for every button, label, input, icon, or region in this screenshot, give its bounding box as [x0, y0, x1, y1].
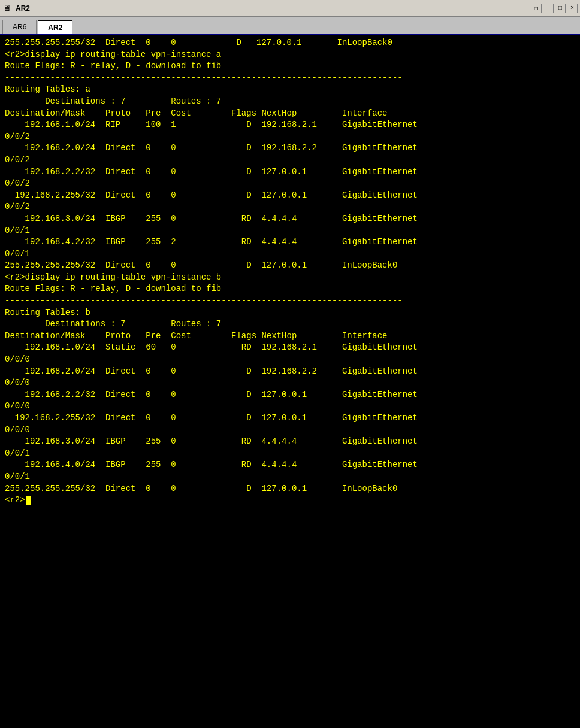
terminal-line: 192.168.3.0/24 IBGP 255 0 RD 4.4.4.4 Gig… — [5, 213, 575, 225]
terminal-area[interactable]: 255.255.255.255/32 Direct 0 0 D 127.0.0.… — [0, 35, 580, 728]
tab-ar6[interactable]: AR6 — [2, 20, 37, 34]
terminal-line: 0/0/2 — [5, 131, 575, 143]
terminal-line: 0/0/2 — [5, 178, 575, 190]
title-bar: 🖥 AR2 ❐ _ □ × — [0, 0, 580, 17]
terminal-prompt: <r2> — [5, 495, 575, 506]
terminal-line: ----------------------------------------… — [5, 295, 575, 307]
prompt-text: <r2> — [5, 495, 25, 506]
restore-button[interactable]: ❐ — [531, 4, 542, 13]
terminal-line: 192.168.2.0/24 Direct 0 0 D 192.168.2.2 … — [5, 142, 575, 154]
app-icon: 🖥 — [2, 4, 12, 13]
close-button[interactable]: × — [567, 4, 578, 13]
terminal-line: 192.168.2.2/32 Direct 0 0 D 127.0.0.1 Gi… — [5, 166, 575, 178]
terminal-line: Destination/Mask Proto Pre Cost Flags Ne… — [5, 330, 575, 342]
terminal-line: 192.168.2.255/32 Direct 0 0 D 127.0.0.1 … — [5, 412, 575, 424]
terminal-line: 0/0/1 — [5, 248, 575, 260]
terminal-line: 0/0/1 — [5, 448, 575, 460]
terminal-line: 0/0/1 — [5, 471, 575, 483]
terminal-line: 0/0/0 — [5, 354, 575, 366]
terminal-line: 0/0/2 — [5, 154, 575, 166]
tab-ar2[interactable]: AR2 — [38, 20, 72, 34]
terminal-line: 0/0/1 — [5, 225, 575, 237]
terminal-line: Destinations : 7 Routes : 7 — [5, 318, 575, 330]
terminal-cursor — [26, 496, 31, 505]
terminal-line: 192.168.4.2/32 IBGP 255 2 RD 4.4.4.4 Gig… — [5, 236, 575, 248]
terminal-line: Route Flags: R - relay, D - download to … — [5, 60, 575, 72]
terminal-line: 192.168.2.0/24 Direct 0 0 D 192.168.2.2 … — [5, 366, 575, 378]
terminal-line: 255.255.255.255/32 Direct 0 0 D 127.0.0.… — [5, 260, 575, 272]
terminal-line: 192.168.1.0/24 RIP 100 1 D 192.168.2.1 G… — [5, 119, 575, 131]
tab-bar: AR6 AR2 — [0, 17, 580, 35]
terminal-line: Destinations : 7 Routes : 7 — [5, 96, 575, 108]
terminal-line: 255.255.255.255/32 Direct 0 0 D 127.0.0.… — [5, 483, 575, 495]
minimize-button[interactable]: _ — [543, 4, 554, 13]
terminal-line: ----------------------------------------… — [5, 72, 575, 84]
terminal-line: 0/0/0 — [5, 401, 575, 412]
maximize-button[interactable]: □ — [555, 4, 566, 13]
terminal-line: Routing Tables: a — [5, 84, 575, 96]
terminal-line: Routing Tables: b — [5, 307, 575, 319]
terminal-line: Destination/Mask Proto Pre Cost Flags Ne… — [5, 108, 575, 120]
terminal-line: 0/0/0 — [5, 424, 575, 436]
terminal-line: 255.255.255.255/32 Direct 0 0 D 127.0.0.… — [5, 37, 575, 49]
window-controls: ❐ _ □ × — [531, 4, 578, 13]
terminal-line: 0/0/2 — [5, 201, 575, 213]
terminal-line: <r2>display ip routing-table vpn-instanc… — [5, 49, 575, 61]
terminal-line: <r2>display ip routing-table vpn-instanc… — [5, 272, 575, 284]
terminal-line: 192.168.1.0/24 Static 60 0 RD 192.168.2.… — [5, 342, 575, 354]
terminal-line: 0/0/0 — [5, 377, 575, 389]
terminal-line: Route Flags: R - relay, D - download to … — [5, 283, 575, 295]
terminal-line: 192.168.3.0/24 IBGP 255 0 RD 4.4.4.4 Gig… — [5, 436, 575, 448]
terminal-line: 192.168.2.255/32 Direct 0 0 D 127.0.0.1 … — [5, 190, 575, 202]
terminal-line: 192.168.2.2/32 Direct 0 0 D 127.0.0.1 Gi… — [5, 389, 575, 401]
terminal-line: 192.168.4.0/24 IBGP 255 0 RD 4.4.4.4 Gig… — [5, 459, 575, 471]
title-text: AR2 — [16, 4, 30, 13]
